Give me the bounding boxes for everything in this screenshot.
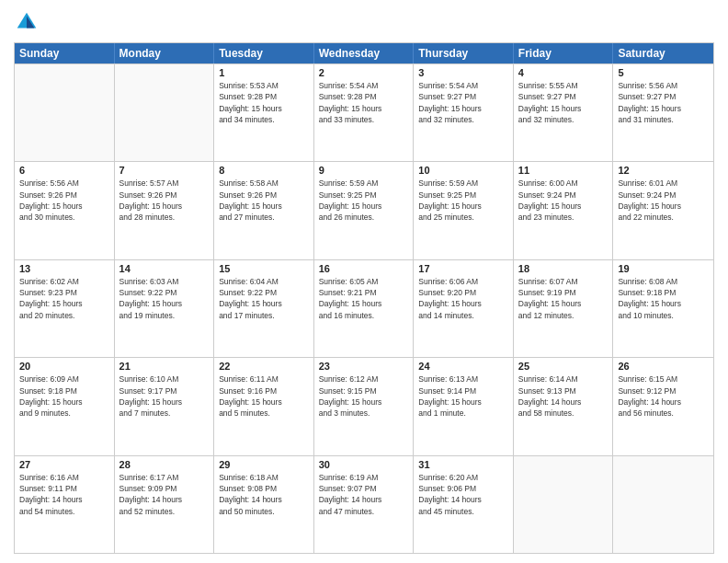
calendar-cell-0-0: [15, 64, 115, 161]
sun-info: Sunrise: 6:03 AM Sunset: 9:22 PM Dayligh…: [119, 276, 210, 321]
calendar-cell-1-3: 9Sunrise: 5:59 AM Sunset: 9:25 PM Daylig…: [314, 162, 415, 259]
day-number: 20: [19, 361, 109, 372]
sun-info: Sunrise: 6:09 AM Sunset: 9:18 PM Dayligh…: [19, 373, 109, 419]
calendar-cell-2-3: 16Sunrise: 6:05 AM Sunset: 9:21 PM Dayli…: [314, 260, 415, 357]
day-number: 25: [518, 361, 609, 372]
calendar-cell-4-1: 28Sunrise: 6:17 AM Sunset: 9:09 PM Dayli…: [115, 456, 215, 553]
calendar-row-0: 1Sunrise: 5:53 AM Sunset: 9:28 PM Daylig…: [15, 63, 713, 161]
sun-info: Sunrise: 6:13 AM Sunset: 9:14 PM Dayligh…: [418, 373, 508, 419]
sun-info: Sunrise: 6:15 AM Sunset: 9:12 PM Dayligh…: [618, 373, 709, 419]
calendar-cell-2-0: 13Sunrise: 6:02 AM Sunset: 9:23 PM Dayli…: [15, 260, 115, 357]
sun-info: Sunrise: 5:54 AM Sunset: 9:27 PM Dayligh…: [418, 80, 508, 125]
day-number: 9: [319, 165, 409, 176]
calendar-cell-1-0: 6Sunrise: 5:56 AM Sunset: 9:26 PM Daylig…: [15, 162, 115, 259]
day-number: 31: [418, 459, 508, 470]
calendar-body: 1Sunrise: 5:53 AM Sunset: 9:28 PM Daylig…: [15, 63, 713, 553]
calendar-cell-4-5: [514, 456, 614, 553]
sun-info: Sunrise: 6:16 AM Sunset: 9:11 PM Dayligh…: [19, 472, 109, 517]
weekday-header-wednesday: Wednesday: [314, 43, 415, 63]
day-number: 29: [219, 459, 309, 470]
sun-info: Sunrise: 6:11 AM Sunset: 9:16 PM Dayligh…: [219, 373, 309, 419]
calendar-cell-0-2: 1Sunrise: 5:53 AM Sunset: 9:28 PM Daylig…: [214, 64, 314, 161]
weekday-header-monday: Monday: [115, 43, 215, 63]
day-number: 3: [418, 67, 508, 78]
weekday-header-friday: Friday: [514, 43, 614, 63]
day-number: 8: [219, 165, 309, 176]
calendar-cell-1-5: 11Sunrise: 6:00 AM Sunset: 9:24 PM Dayli…: [514, 162, 614, 259]
day-number: 23: [319, 361, 409, 372]
sun-info: Sunrise: 5:56 AM Sunset: 9:27 PM Dayligh…: [618, 80, 709, 125]
calendar-cell-1-1: 7Sunrise: 5:57 AM Sunset: 9:26 PM Daylig…: [115, 162, 215, 259]
calendar-cell-1-4: 10Sunrise: 5:59 AM Sunset: 9:25 PM Dayli…: [414, 162, 514, 259]
sun-info: Sunrise: 6:05 AM Sunset: 9:21 PM Dayligh…: [319, 276, 409, 321]
day-number: 4: [518, 67, 609, 78]
calendar-cell-4-4: 31Sunrise: 6:20 AM Sunset: 9:06 PM Dayli…: [414, 456, 514, 553]
sun-info: Sunrise: 6:00 AM Sunset: 9:24 PM Dayligh…: [518, 178, 609, 223]
calendar-cell-4-2: 29Sunrise: 6:18 AM Sunset: 9:08 PM Dayli…: [214, 456, 314, 553]
day-number: 7: [119, 165, 210, 176]
calendar-cell-2-2: 15Sunrise: 6:04 AM Sunset: 9:22 PM Dayli…: [214, 260, 314, 357]
day-number: 6: [19, 165, 109, 176]
day-number: 19: [618, 263, 709, 274]
sun-info: Sunrise: 6:14 AM Sunset: 9:13 PM Dayligh…: [518, 373, 609, 419]
sun-info: Sunrise: 6:17 AM Sunset: 9:09 PM Dayligh…: [119, 472, 210, 517]
day-number: 2: [319, 67, 409, 78]
calendar-page: SundayMondayTuesdayWednesdayThursdayFrid…: [0, 0, 728, 563]
calendar-cell-0-4: 3Sunrise: 5:54 AM Sunset: 9:27 PM Daylig…: [414, 64, 514, 161]
logo-icon: [14, 9, 40, 35]
sun-info: Sunrise: 6:20 AM Sunset: 9:06 PM Dayligh…: [418, 472, 508, 517]
day-number: 30: [319, 459, 409, 470]
calendar-cell-4-6: [613, 456, 713, 553]
calendar-cell-3-6: 26Sunrise: 6:15 AM Sunset: 9:12 PM Dayli…: [613, 358, 713, 454]
day-number: 22: [219, 361, 309, 372]
day-number: 24: [418, 361, 508, 372]
calendar-cell-0-6: 5Sunrise: 5:56 AM Sunset: 9:27 PM Daylig…: [613, 64, 713, 161]
calendar-cell-3-2: 22Sunrise: 6:11 AM Sunset: 9:16 PM Dayli…: [214, 358, 314, 454]
sun-info: Sunrise: 6:04 AM Sunset: 9:22 PM Dayligh…: [219, 276, 309, 321]
calendar-cell-3-5: 25Sunrise: 6:14 AM Sunset: 9:13 PM Dayli…: [514, 358, 614, 454]
day-number: 1: [219, 67, 309, 78]
sun-info: Sunrise: 6:02 AM Sunset: 9:23 PM Dayligh…: [19, 276, 109, 321]
sun-info: Sunrise: 5:59 AM Sunset: 9:25 PM Dayligh…: [319, 178, 409, 223]
calendar-cell-0-5: 4Sunrise: 5:55 AM Sunset: 9:27 PM Daylig…: [514, 64, 614, 161]
calendar-cell-0-3: 2Sunrise: 5:54 AM Sunset: 9:28 PM Daylig…: [314, 64, 415, 161]
day-number: 18: [518, 263, 609, 274]
sun-info: Sunrise: 5:55 AM Sunset: 9:27 PM Dayligh…: [518, 80, 609, 125]
sun-info: Sunrise: 6:08 AM Sunset: 9:18 PM Dayligh…: [618, 276, 709, 321]
calendar-cell-2-4: 17Sunrise: 6:06 AM Sunset: 9:20 PM Dayli…: [414, 260, 514, 357]
calendar-cell-2-1: 14Sunrise: 6:03 AM Sunset: 9:22 PM Dayli…: [115, 260, 215, 357]
day-number: 27: [19, 459, 109, 470]
day-number: 10: [418, 165, 508, 176]
sun-info: Sunrise: 5:57 AM Sunset: 9:26 PM Dayligh…: [119, 178, 210, 223]
weekday-header-thursday: Thursday: [414, 43, 514, 63]
calendar-row-2: 13Sunrise: 6:02 AM Sunset: 9:23 PM Dayli…: [15, 259, 713, 357]
day-number: 21: [119, 361, 210, 372]
day-number: 28: [119, 459, 210, 470]
sun-info: Sunrise: 5:53 AM Sunset: 9:28 PM Dayligh…: [219, 80, 309, 125]
weekday-header-tuesday: Tuesday: [214, 43, 314, 63]
calendar-cell-3-0: 20Sunrise: 6:09 AM Sunset: 9:18 PM Dayli…: [15, 358, 115, 454]
calendar-cell-2-6: 19Sunrise: 6:08 AM Sunset: 9:18 PM Dayli…: [613, 260, 713, 357]
sun-info: Sunrise: 6:10 AM Sunset: 9:17 PM Dayligh…: [119, 373, 210, 419]
calendar-cell-1-6: 12Sunrise: 6:01 AM Sunset: 9:24 PM Dayli…: [613, 162, 713, 259]
sun-info: Sunrise: 6:07 AM Sunset: 9:19 PM Dayligh…: [518, 276, 609, 321]
sun-info: Sunrise: 5:58 AM Sunset: 9:26 PM Dayligh…: [219, 178, 309, 223]
day-number: 16: [319, 263, 409, 274]
calendar-cell-3-1: 21Sunrise: 6:10 AM Sunset: 9:17 PM Dayli…: [115, 358, 215, 454]
calendar-cell-4-0: 27Sunrise: 6:16 AM Sunset: 9:11 PM Dayli…: [15, 456, 115, 553]
weekday-header-saturday: Saturday: [613, 43, 713, 63]
calendar-cell-4-3: 30Sunrise: 6:19 AM Sunset: 9:07 PM Dayli…: [314, 456, 415, 553]
weekday-header-sunday: Sunday: [15, 43, 115, 63]
calendar-cell-3-3: 23Sunrise: 6:12 AM Sunset: 9:15 PM Dayli…: [314, 358, 415, 454]
sun-info: Sunrise: 5:56 AM Sunset: 9:26 PM Dayligh…: [19, 178, 109, 223]
day-number: 13: [19, 263, 109, 274]
day-number: 5: [618, 67, 709, 78]
day-number: 15: [219, 263, 309, 274]
day-number: 11: [518, 165, 609, 176]
calendar-cell-3-4: 24Sunrise: 6:13 AM Sunset: 9:14 PM Dayli…: [414, 358, 514, 454]
sun-info: Sunrise: 5:59 AM Sunset: 9:25 PM Dayligh…: [418, 178, 508, 223]
sun-info: Sunrise: 6:12 AM Sunset: 9:15 PM Dayligh…: [319, 373, 409, 419]
sun-info: Sunrise: 5:54 AM Sunset: 9:28 PM Dayligh…: [319, 80, 409, 125]
logo: [14, 9, 43, 35]
calendar-header: SundayMondayTuesdayWednesdayThursdayFrid…: [15, 43, 713, 63]
